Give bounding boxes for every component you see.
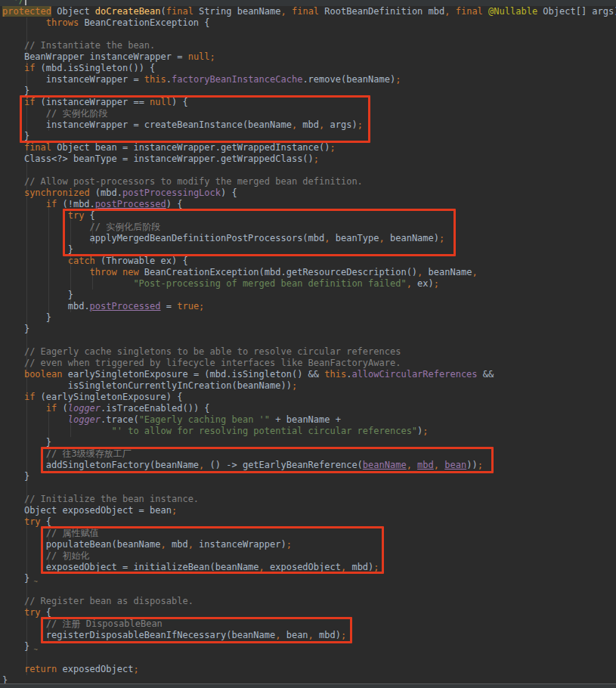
code-token: (mbd.: [90, 187, 122, 198]
code-line[interactable]: // even when triggered by lifecycle inte…: [0, 358, 616, 369]
code-token: }: [2, 641, 29, 652]
code-line[interactable]: }: [0, 312, 616, 324]
code-token: */: [2, 0, 24, 5]
code-token: [2, 403, 46, 414]
code-line[interactable]: final Object bean = instanceWrapper.getW…: [0, 142, 616, 153]
code-line[interactable]: // Eagerly cache singletons to be able t…: [0, 346, 616, 358]
code-line[interactable]: instanceWrapper = createBeanInstance(bea…: [0, 119, 616, 131]
code-line[interactable]: }: [0, 324, 616, 335]
editor-text-area[interactable]: */protected Object doCreateBean(final St…: [0, 0, 616, 686]
code-token: if: [24, 392, 35, 402]
code-line[interactable]: [0, 335, 616, 346]
code-line[interactable]: catch (Throwable ex) {: [0, 256, 616, 267]
code-line[interactable]: // Initialize the bean instance.: [0, 494, 616, 505]
code-token: mbd: [297, 119, 319, 130]
code-token: }: [2, 471, 29, 482]
code-line[interactable]: }: [0, 290, 616, 301]
code-line[interactable]: isSingletonCurrentlyInCreation(beanName)…: [0, 380, 616, 392]
code-line[interactable]: addSingletonFactory(beanName, () -> getE…: [0, 460, 616, 471]
code-line[interactable]: try {: [0, 516, 616, 528]
code-line[interactable]: }: [0, 437, 616, 448]
code-token: ,: [379, 233, 385, 243]
code-token: ,: [472, 267, 477, 277]
code-line[interactable]: boolean earlySingletonExposure = (mbd.is…: [0, 369, 616, 380]
code-token: (!mbd.: [57, 199, 95, 209]
code-line[interactable]: [0, 482, 616, 494]
code-line[interactable]: logger.trace("Eagerly caching bean '" + …: [0, 414, 616, 426]
code-line[interactable]: */: [0, 0, 616, 6]
code-line[interactable]: // Instantiate the bean.: [0, 40, 616, 51]
code-token: new: [122, 267, 139, 277]
code-token: BeanCreationException {: [79, 17, 209, 28]
code-line[interactable]: "Post-processing of merged bean definiti…: [0, 278, 616, 290]
code-line[interactable]: [0, 29, 616, 40]
code-token: ,: [161, 539, 166, 550]
code-line[interactable]: // 初始化: [0, 550, 616, 562]
code-token: [2, 210, 68, 221]
code-line[interactable]: populateBean(beanName, mbd, instanceWrap…: [0, 539, 616, 550]
code-token: ;: [439, 233, 444, 243]
code-token: // 实例化阶段: [2, 108, 107, 119]
code-line[interactable]: if (logger.isTraceEnabled()) {: [0, 403, 616, 414]
code-line[interactable]: throw new BeanCreationException(mbd.getR…: [0, 267, 616, 278]
code-token: }: [2, 437, 51, 448]
code-line[interactable]: "' to allow for resolving potential circ…: [0, 426, 616, 437]
code-line[interactable]: instanceWrapper = this.factoryBeanInstan…: [0, 74, 616, 85]
code-line[interactable]: }: [0, 244, 616, 256]
code-line[interactable]: [0, 584, 616, 596]
code-token: synchronized: [24, 187, 90, 198]
code-token: String beanName: [193, 6, 281, 17]
code-line[interactable]: } ~: [0, 573, 616, 584]
text-caret: [25, 0, 26, 5]
code-token: "Eagerly caching bean '": [139, 414, 270, 425]
code-token: .isTraceEnabled()) {: [101, 403, 210, 414]
code-line[interactable]: // 实例化阶段: [0, 108, 616, 119]
code-line[interactable]: if (earlySingletonExposure) {: [0, 392, 616, 403]
code-token: .trace(: [101, 414, 139, 425]
code-token: ;: [395, 74, 401, 85]
code-token: [2, 17, 46, 28]
code-token: // even when triggered by lifecycle inte…: [2, 358, 401, 368]
code-line[interactable]: }: [0, 131, 616, 142]
code-line[interactable]: registerDisposableBeanIfNecessary(beanNa…: [0, 630, 616, 641]
code-token: (instanceWrapper ==: [35, 97, 150, 107]
code-line[interactable]: }: [0, 85, 616, 97]
code-line[interactable]: mbd.postProcessed = true;: [0, 301, 616, 312]
code-line[interactable]: protected Object doCreateBean(final Stri…: [0, 6, 616, 17]
code-line[interactable]: // Allow post-processors to modify the m…: [0, 176, 616, 187]
code-line[interactable]: BeanWrapper instanceWrapper = null;: [0, 51, 616, 63]
code-line[interactable]: // 注册 DisposableBean: [0, 618, 616, 630]
code-line[interactable]: throws BeanCreationException {: [0, 17, 616, 29]
code-token: bean: [444, 460, 466, 470]
code-line[interactable]: if (instanceWrapper == null) {: [0, 97, 616, 108]
code-token: postProcessingLock: [122, 187, 221, 198]
code-line[interactable]: [0, 165, 616, 176]
code-line[interactable]: try {: [0, 607, 616, 618]
code-line[interactable]: Class<?> beanType = instanceWrapper.getW…: [0, 153, 616, 165]
code-line[interactable]: try {: [0, 210, 616, 222]
code-line[interactable]: } ~: [0, 641, 616, 652]
code-token: try: [24, 516, 41, 527]
code-token: beanName: [363, 460, 407, 470]
code-line[interactable]: // 往3级缓存放工厂: [0, 448, 616, 460]
code-token: ;: [330, 142, 336, 153]
code-line[interactable]: if (mbd.isSingleton()) {: [0, 63, 616, 74]
code-token: ;: [478, 460, 483, 470]
code-token: .: [166, 74, 172, 85]
code-token: Object exposedObject = bean: [2, 505, 172, 516]
code-line[interactable]: applyMergedBeanDefinitionPostProcessors(…: [0, 233, 616, 244]
code-token: beanName): [385, 233, 439, 243]
code-line[interactable]: // 属性赋值: [0, 528, 616, 539]
code-line[interactable]: Object exposedObject = bean;: [0, 505, 616, 516]
code-line[interactable]: synchronized (mbd.postProcessingLock) {: [0, 187, 616, 199]
code-line[interactable]: [0, 652, 616, 664]
code-token: mbd.: [2, 301, 90, 311]
code-token: // Eagerly cache singletons to be able t…: [2, 346, 401, 357]
code-line[interactable]: if (!mbd.postProcessed) {: [0, 199, 616, 210]
code-line[interactable]: return exposedObject;: [0, 664, 616, 675]
code-line[interactable]: }: [0, 471, 616, 482]
code-token: // Initialize the bean instance.: [2, 494, 199, 504]
code-line[interactable]: // 实例化后阶段: [0, 222, 616, 233]
code-line[interactable]: // Register bean as disposable.: [0, 596, 616, 607]
code-line[interactable]: exposedObject = initializeBean(beanName,…: [0, 562, 616, 573]
